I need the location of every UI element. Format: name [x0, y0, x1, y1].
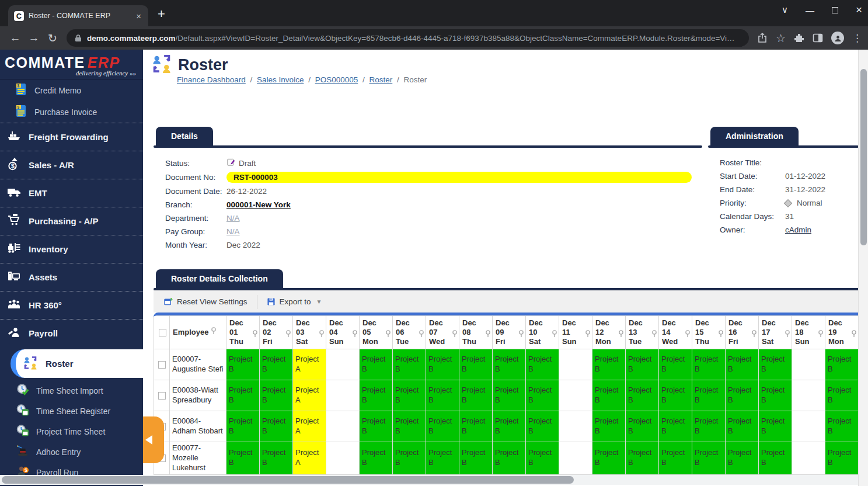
roster-day-cell[interactable] [559, 349, 592, 380]
roster-day-cell[interactable]: Project B [726, 349, 759, 380]
roster-day-cell[interactable] [326, 349, 360, 380]
roster-day-cell[interactable]: Project A [293, 411, 326, 442]
roster-day-cell[interactable]: Project B [759, 442, 792, 475]
roster-day-cell[interactable]: Project A [293, 442, 326, 475]
breadcrumb-link[interactable]: Roster [369, 75, 392, 84]
date-column-header[interactable]: Dec06Tue [393, 316, 426, 349]
date-column-header[interactable]: Dec11Sun [559, 316, 592, 349]
sidebar-item-purchase-invoice[interactable]: $Purchase Invoice [0, 101, 143, 123]
roster-day-cell[interactable]: Project B [426, 380, 459, 411]
roster-day-cell[interactable]: Project B [493, 349, 526, 380]
refresh-button[interactable]: ↻ [43, 32, 62, 45]
filter-pin-icon[interactable] [751, 330, 757, 340]
roster-day-cell[interactable]: Project B [360, 442, 393, 475]
filter-pin-icon[interactable] [452, 330, 458, 340]
filter-pin-icon[interactable] [552, 330, 557, 340]
roster-day-cell[interactable]: Project B [659, 442, 692, 475]
roster-day-cell[interactable]: Project B [692, 442, 726, 475]
tab-roster-details-collection[interactable]: Roster Details Collection [156, 269, 283, 288]
roster-day-cell[interactable] [559, 442, 592, 475]
roster-day-cell[interactable]: Project B [592, 411, 626, 442]
reset-view-settings-button[interactable]: Reset View Settings [161, 295, 251, 308]
filter-pin-icon[interactable] [485, 330, 491, 340]
date-column-header[interactable]: Dec16Fri [726, 316, 759, 349]
roster-day-cell[interactable]: Project B [759, 349, 792, 380]
roster-day-cell[interactable]: Project B [260, 380, 293, 411]
roster-day-cell[interactable]: Project B [393, 380, 426, 411]
roster-day-cell[interactable]: Project A [293, 349, 326, 380]
tab-search-chevron-icon[interactable]: ∨ [782, 5, 788, 15]
roster-day-cell[interactable]: Project B [226, 380, 260, 411]
roster-day-cell[interactable] [326, 411, 360, 442]
row-checkbox[interactable] [158, 392, 166, 400]
roster-day-cell[interactable]: Project B [692, 349, 726, 380]
select-all-checkbox[interactable] [159, 329, 166, 336]
filter-pin-icon[interactable] [419, 330, 424, 340]
date-column-header[interactable]: Dec12Mon [592, 316, 626, 349]
breadcrumb-link[interactable]: Sales Invoice [257, 75, 304, 84]
roster-day-cell[interactable]: Project B [825, 380, 859, 411]
sidebar-item-freight-frowarding[interactable]: Freight Frowarding [0, 123, 143, 151]
roster-day-cell[interactable]: Project B [726, 411, 759, 442]
roster-day-cell[interactable]: Project B [626, 380, 659, 411]
sidebar-item-roster[interactable]: Roster [11, 349, 143, 378]
roster-day-cell[interactable] [792, 349, 825, 380]
date-column-header[interactable]: Dec09Fri [493, 316, 526, 349]
roster-day-cell[interactable]: Project B [260, 411, 293, 442]
roster-day-cell[interactable]: Project B [526, 442, 559, 475]
roster-day-cell[interactable]: Project B [426, 442, 459, 475]
sidebar-item-time-sheet-register[interactable]: Time Sheet Register [0, 401, 143, 421]
browser-tab[interactable]: C Roster - COMMATE ERP × [8, 5, 148, 26]
roster-day-cell[interactable]: Project B [360, 380, 393, 411]
roster-day-cell[interactable]: Project B [659, 349, 692, 380]
sidebar-item-project-time-sheet[interactable]: Project Time Sheet [0, 421, 143, 442]
filter-pin-icon[interactable] [718, 330, 724, 340]
date-column-header[interactable]: Dec08Thu [459, 316, 493, 349]
roster-day-cell[interactable] [559, 380, 592, 411]
horizontal-scrollbar-thumb[interactable] [2, 476, 574, 484]
roster-day-cell[interactable]: Project B [759, 411, 792, 442]
breadcrumb-link[interactable]: Finance Dashboard [177, 75, 246, 84]
export-dropdown-caret-icon[interactable]: ▼ [316, 298, 322, 305]
window-minimize-button[interactable]: — [806, 5, 814, 15]
roster-day-cell[interactable]: Project B [592, 380, 626, 411]
roster-day-cell[interactable]: Project B [426, 349, 459, 380]
row-checkbox[interactable] [158, 361, 166, 369]
new-tab-button[interactable]: + [158, 6, 165, 22]
roster-day-cell[interactable] [326, 380, 360, 411]
filter-pin-icon[interactable] [785, 330, 790, 340]
roster-day-cell[interactable]: Project B [226, 411, 260, 442]
roster-day-cell[interactable]: Project B [592, 442, 626, 475]
tab-details[interactable]: Details [156, 127, 213, 145]
share-icon[interactable] [757, 33, 768, 43]
roster-day-cell[interactable]: Project B [493, 411, 526, 442]
roster-day-cell[interactable]: Project B [526, 349, 559, 380]
roster-day-cell[interactable]: Project B [692, 411, 726, 442]
roster-day-cell[interactable]: Project B [393, 442, 426, 475]
sidebar-item-purchasing-a-p[interactable]: Purchasing - A/P [0, 207, 143, 235]
date-column-header[interactable]: Dec17Sat [759, 316, 792, 349]
filter-pin-icon[interactable] [385, 330, 391, 340]
roster-day-cell[interactable]: Project B [360, 349, 393, 380]
roster-day-cell[interactable]: Project B [226, 349, 260, 380]
vertical-scrollbar[interactable] [858, 50, 868, 486]
field-link-muted[interactable]: N/A [226, 227, 240, 236]
date-column-header[interactable]: Dec15Thu [692, 316, 726, 349]
roster-day-cell[interactable]: Project B [626, 411, 659, 442]
roster-day-cell[interactable]: Project B [459, 380, 493, 411]
roster-day-cell[interactable]: Project B [426, 411, 459, 442]
sidebar-item-payroll[interactable]: Payroll [0, 319, 143, 347]
roster-day-cell[interactable]: Project B [260, 442, 293, 475]
sidebar-item-sales-a-r[interactable]: $Sales - A/R [0, 151, 143, 179]
date-column-header[interactable]: Dec19Mon [825, 316, 859, 349]
employee-column-header[interactable]: Employee [170, 316, 226, 349]
extensions-puzzle-icon[interactable] [794, 33, 804, 43]
roster-day-cell[interactable]: Project B [493, 442, 526, 475]
sidebar-item-credit-memo[interactable]: $Credit Memo [0, 79, 143, 101]
sidebar-item-emt[interactable]: EMT [0, 179, 143, 207]
date-column-header[interactable]: Dec18Sun [792, 316, 825, 349]
filter-pin-icon[interactable] [319, 330, 325, 340]
field-link[interactable]: 000001-New York [226, 200, 291, 209]
filter-pin-icon[interactable] [651, 330, 657, 340]
roster-day-cell[interactable]: Project B [626, 442, 659, 475]
